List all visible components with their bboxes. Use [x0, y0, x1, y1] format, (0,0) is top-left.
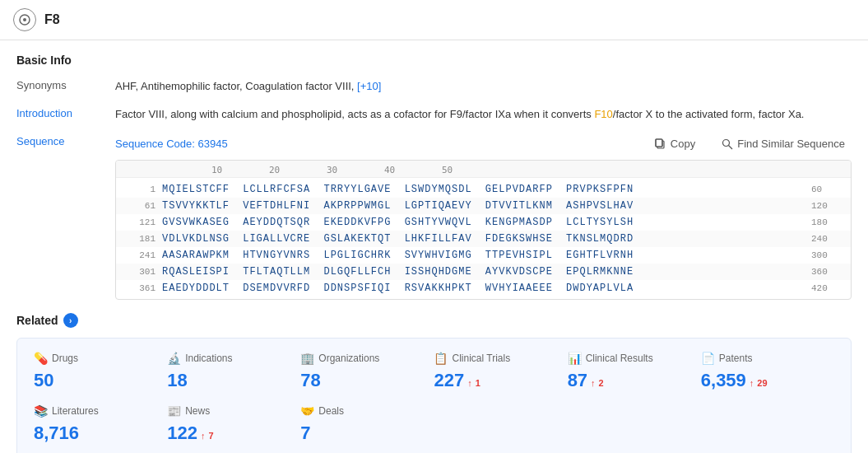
related-item-value: 8,716	[34, 423, 154, 444]
seq-start-num: 301	[123, 265, 155, 279]
sequence-value: Sequence Code: 63945 Copy	[115, 134, 852, 300]
related-item[interactable]: 💊 Drugs 50	[34, 352, 167, 391]
sequence-ruler: 10 20 30 40 50	[116, 161, 851, 178]
related-item-name: Deals	[318, 405, 344, 417]
related-item[interactable]: 📄 Patents 6,359 ↑29	[701, 352, 834, 391]
seq-bases: VDLVKDLNSG LIGALLVCRE GSLAKEKTQT LHKFILL…	[162, 231, 805, 246]
related-item[interactable]: 🤝 Deals 7	[300, 404, 434, 444]
synonyms-value: AHF, Antihemophilic factor, Coagulation …	[115, 78, 852, 95]
seq-bases: RQASLEISPI TFLTAQTLLM DLGQFLLFCH ISSHQHD…	[162, 264, 805, 279]
related-item-icon: 🤝	[300, 404, 314, 418]
sequence-viewer[interactable]: 10 20 30 40 50 1 MQIELSTCFF LCLLRFCFSA T…	[115, 160, 852, 300]
related-info-icon[interactable]: ›	[63, 313, 78, 328]
related-item-name: Drugs	[52, 353, 78, 364]
badge-num: 2	[599, 378, 604, 388]
related-item-name: Literatures	[52, 405, 99, 417]
related-item[interactable]: 📰 News 122 ↑7	[167, 404, 300, 444]
synonyms-more-link[interactable]: [+10]	[357, 80, 381, 92]
ruler-30: 30	[327, 164, 337, 178]
seq-bases: AASARAWPKM HTVNGYVNRS LPGLIGCHRK SVYWHVI…	[162, 248, 805, 263]
seq-start-num: 241	[123, 249, 155, 263]
entity-icon	[13, 8, 36, 31]
related-item[interactable]: 🏢 Organizations 78	[300, 352, 434, 391]
related-item-count: 78	[300, 370, 320, 391]
related-grid-row1: 💊 Drugs 50 🔬 Indications 18 🏢 Organizati…	[34, 352, 834, 391]
badge-arrow: ↑	[201, 431, 206, 441]
seq-start-num: 121	[123, 216, 155, 230]
sequence-content: 1 MQIELSTCFF LCLLRFCFSA TRRYYLGAVE LSWDY…	[116, 178, 851, 300]
related-item[interactable]: 🔬 Indications 18	[167, 352, 300, 391]
badge-arrow: ↑	[750, 378, 754, 388]
related-item-value: 122 ↑7	[167, 423, 287, 444]
seq-bases: EAEDYDDDLT DSEMDVVRFD DDNSPSFIQI RSVAKKH…	[162, 281, 805, 296]
sequence-header: Sequence Code: 63945 Copy	[115, 134, 852, 153]
seq-end-num: 60	[811, 183, 844, 197]
seq-end-num: 180	[811, 216, 844, 230]
ruler-20: 20	[269, 164, 280, 178]
find-similar-button[interactable]: Find Similar Sequence	[715, 134, 852, 153]
related-item-icon: 🔬	[167, 352, 181, 365]
related-item-icon: 💊	[34, 352, 48, 365]
related-item-label: 📰 News	[167, 404, 287, 418]
copy-icon	[655, 138, 666, 150]
related-item-count: 18	[167, 370, 187, 391]
svg-rect-3	[656, 139, 662, 147]
seq-end-num: 300	[811, 249, 844, 263]
sequence-actions: Copy Find Similar Sequence	[648, 134, 852, 153]
ruler-container: 10 20 30 40 50	[162, 164, 524, 175]
related-item-name: Patents	[719, 353, 753, 364]
related-item-value: 78	[300, 370, 420, 391]
related-item-value: 50	[34, 370, 154, 391]
related-item[interactable]: 📊 Clinical Results 87 ↑2	[568, 352, 701, 391]
badge-num: 7	[208, 431, 213, 441]
related-item[interactable]: 📚 Literatures 8,716	[34, 404, 167, 444]
related-item-label: 🔬 Indications	[167, 352, 287, 365]
badge-num: 1	[476, 378, 480, 388]
related-item-value: 227 ↑1	[434, 370, 554, 391]
synonyms-label: Synonyms	[16, 78, 115, 95]
seq-line: 1 MQIELSTCFF LCLLRFCFSA TRRYYLGAVE LSWDY…	[116, 181, 851, 198]
sequence-row: Sequence Sequence Code: 63945 Copy	[16, 134, 852, 300]
related-item-value: 87 ↑2	[568, 370, 688, 391]
related-item-label: 📋 Clinical Trials	[434, 352, 554, 365]
related-item-label: 📄 Patents	[701, 352, 821, 365]
related-title: Related	[16, 314, 58, 327]
related-item-icon: 📋	[434, 352, 448, 365]
intro-text-part1: Factor VIII, along with calcium and phos…	[115, 108, 594, 120]
sequence-code-link[interactable]: Sequence Code: 63945	[115, 136, 228, 152]
ruler-10: 10	[211, 164, 222, 178]
related-item-name: Clinical Trials	[452, 353, 510, 364]
related-item-icon: 📄	[701, 352, 715, 365]
related-item-value: 6,359 ↑29	[701, 370, 821, 391]
related-item-label: 📚 Literatures	[34, 404, 154, 418]
related-item-label: 💊 Drugs	[34, 352, 154, 365]
related-item-count: 7	[300, 423, 310, 444]
seq-bases: GVSVWKASEG AEYDDQTSQR EKEDDKVFPG GSHTYVW…	[162, 215, 805, 230]
related-item-name: News	[185, 405, 210, 417]
related-item-icon: 🏢	[300, 352, 314, 365]
synonyms-row: Synonyms AHF, Antihemophilic factor, Coa…	[16, 78, 852, 95]
seq-line: 361 EAEDYDDDLT DSEMDVVRFD DDNSPSFIQI RSV…	[116, 280, 851, 297]
page-title: F8	[44, 12, 60, 27]
related-item-count: 8,716	[34, 423, 79, 444]
intro-text-part2: /factor X to the activated form, factor …	[613, 108, 805, 120]
seq-end-num: 240	[811, 232, 844, 246]
seq-end-num: 360	[811, 265, 844, 279]
seq-start-num: 1	[123, 183, 155, 197]
intro-value: Factor VIII, along with calcium and phos…	[115, 106, 852, 124]
badge-arrow: ↑	[591, 378, 596, 388]
main-content: Basic Info Synonyms AHF, Antihemophilic …	[0, 40, 868, 453]
find-similar-icon	[722, 138, 733, 150]
intro-f10-link[interactable]: F10	[594, 108, 612, 120]
seq-bases: TSVVYKKTLF VEFTDHLFNI AKPRPPWMGL LGPTIQA…	[162, 198, 805, 213]
related-item-count: 122	[167, 423, 197, 444]
ruler-40: 40	[384, 164, 395, 178]
seq-end-num: 120	[811, 199, 844, 213]
copy-button[interactable]: Copy	[648, 134, 702, 153]
related-item-icon: 📰	[167, 404, 181, 418]
badge-arrow: ↑	[467, 378, 472, 388]
related-item-name: Indications	[185, 353, 232, 364]
related-item-name: Clinical Results	[586, 353, 653, 364]
related-item[interactable]: 📋 Clinical Trials 227 ↑1	[434, 352, 567, 391]
related-item-value: 7	[300, 423, 420, 444]
